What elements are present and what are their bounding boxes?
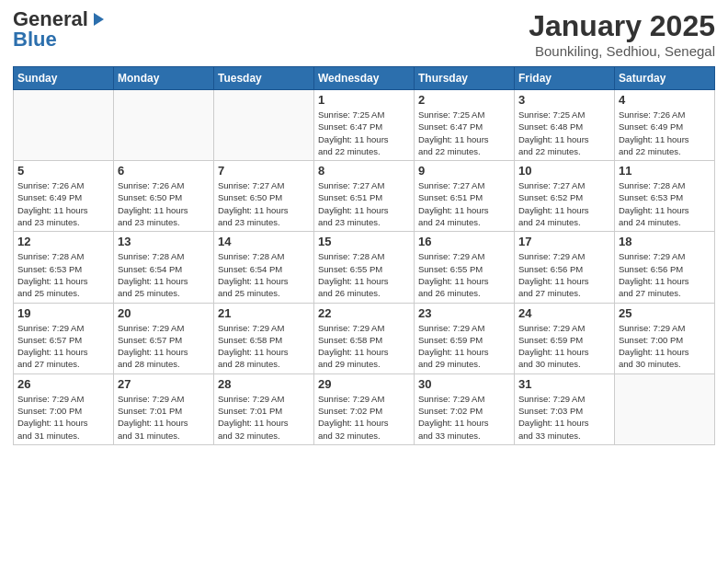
calendar-cell: 25Sunrise: 7:29 AM Sunset: 7:00 PM Dayli… <box>615 303 715 373</box>
location-subtitle: Bounkiling, Sedhiou, Senegal <box>529 43 715 59</box>
calendar-cell: 22Sunrise: 7:29 AM Sunset: 6:58 PM Dayli… <box>314 303 415 373</box>
day-number: 13 <box>118 235 210 248</box>
day-number: 23 <box>418 306 510 320</box>
weekday-header-wednesday: Wednesday <box>314 67 415 90</box>
day-number: 12 <box>17 235 109 248</box>
calendar-cell: 31Sunrise: 7:29 AM Sunset: 7:03 PM Dayli… <box>515 373 615 444</box>
calendar-cell: 13Sunrise: 7:28 AM Sunset: 6:54 PM Dayli… <box>114 232 214 303</box>
day-number: 14 <box>218 235 310 248</box>
day-number: 31 <box>518 377 610 391</box>
weekday-header-saturday: Saturday <box>615 67 715 90</box>
weekday-header-friday: Friday <box>515 67 615 90</box>
calendar-cell: 26Sunrise: 7:29 AM Sunset: 7:00 PM Dayli… <box>14 373 114 444</box>
calendar-table: SundayMondayTuesdayWednesdayThursdayFrid… <box>13 66 715 445</box>
calendar-cell: 16Sunrise: 7:29 AM Sunset: 6:55 PM Dayli… <box>415 232 515 303</box>
day-number: 16 <box>418 235 510 248</box>
calendar-cell: 24Sunrise: 7:29 AM Sunset: 6:59 PM Dayli… <box>515 303 615 373</box>
day-info: Sunrise: 7:26 AM Sunset: 6:50 PM Dayligh… <box>118 179 210 228</box>
day-info: Sunrise: 7:25 AM Sunset: 6:48 PM Dayligh… <box>518 109 610 157</box>
calendar-cell: 6Sunrise: 7:26 AM Sunset: 6:50 PM Daylig… <box>114 161 214 232</box>
day-number: 3 <box>518 93 610 107</box>
calendar-cell: 9Sunrise: 7:27 AM Sunset: 6:51 PM Daylig… <box>415 161 515 232</box>
day-number: 26 <box>17 377 109 391</box>
day-info: Sunrise: 7:26 AM Sunset: 6:49 PM Dayligh… <box>619 109 711 157</box>
logo-triangle-icon <box>89 11 106 28</box>
calendar-cell: 18Sunrise: 7:29 AM Sunset: 6:56 PM Dayli… <box>615 232 715 303</box>
day-info: Sunrise: 7:27 AM Sunset: 6:51 PM Dayligh… <box>418 179 510 228</box>
day-info: Sunrise: 7:29 AM Sunset: 7:01 PM Dayligh… <box>118 393 210 442</box>
calendar-cell: 15Sunrise: 7:28 AM Sunset: 6:55 PM Dayli… <box>314 232 415 303</box>
week-row-2: 5Sunrise: 7:26 AM Sunset: 6:49 PM Daylig… <box>14 161 715 232</box>
day-number: 25 <box>619 306 711 320</box>
header: General Blue January 2025 Bounkiling, Se… <box>13 9 715 59</box>
day-number: 27 <box>118 377 210 391</box>
day-info: Sunrise: 7:29 AM Sunset: 7:00 PM Dayligh… <box>17 393 109 442</box>
month-year-title: January 2025 <box>529 9 715 43</box>
calendar-cell <box>114 90 214 161</box>
calendar-cell <box>615 373 715 444</box>
day-info: Sunrise: 7:27 AM Sunset: 6:51 PM Dayligh… <box>318 179 410 228</box>
calendar-cell <box>14 90 114 161</box>
day-number: 9 <box>418 164 510 178</box>
calendar-cell: 17Sunrise: 7:29 AM Sunset: 6:56 PM Dayli… <box>515 232 615 303</box>
weekday-header-tuesday: Tuesday <box>214 67 314 90</box>
calendar-cell: 29Sunrise: 7:29 AM Sunset: 7:02 PM Dayli… <box>314 373 415 444</box>
day-info: Sunrise: 7:25 AM Sunset: 6:47 PM Dayligh… <box>318 109 410 157</box>
week-row-3: 12Sunrise: 7:28 AM Sunset: 6:53 PM Dayli… <box>14 232 715 303</box>
calendar-cell: 27Sunrise: 7:29 AM Sunset: 7:01 PM Dayli… <box>114 373 214 444</box>
calendar-cell: 4Sunrise: 7:26 AM Sunset: 6:49 PM Daylig… <box>615 90 715 161</box>
day-info: Sunrise: 7:29 AM Sunset: 7:02 PM Dayligh… <box>318 393 410 442</box>
day-info: Sunrise: 7:29 AM Sunset: 7:03 PM Dayligh… <box>518 393 610 442</box>
calendar-cell: 5Sunrise: 7:26 AM Sunset: 6:49 PM Daylig… <box>14 161 114 232</box>
calendar-cell: 14Sunrise: 7:28 AM Sunset: 6:54 PM Dayli… <box>214 232 314 303</box>
day-info: Sunrise: 7:28 AM Sunset: 6:54 PM Dayligh… <box>218 250 310 299</box>
day-number: 17 <box>518 235 610 248</box>
day-number: 5 <box>17 164 109 178</box>
day-number: 10 <box>518 164 610 178</box>
title-area: January 2025 Bounkiling, Sedhiou, Senega… <box>529 9 715 59</box>
day-info: Sunrise: 7:29 AM Sunset: 6:57 PM Dayligh… <box>118 322 210 371</box>
day-info: Sunrise: 7:29 AM Sunset: 6:58 PM Dayligh… <box>218 322 310 371</box>
day-info: Sunrise: 7:26 AM Sunset: 6:49 PM Dayligh… <box>17 179 109 228</box>
day-number: 2 <box>418 93 510 107</box>
day-info: Sunrise: 7:28 AM Sunset: 6:53 PM Dayligh… <box>619 179 711 228</box>
day-number: 22 <box>318 306 410 320</box>
calendar-cell: 7Sunrise: 7:27 AM Sunset: 6:50 PM Daylig… <box>214 161 314 232</box>
day-info: Sunrise: 7:27 AM Sunset: 6:52 PM Dayligh… <box>518 179 610 228</box>
calendar-cell: 10Sunrise: 7:27 AM Sunset: 6:52 PM Dayli… <box>515 161 615 232</box>
week-row-5: 26Sunrise: 7:29 AM Sunset: 7:00 PM Dayli… <box>14 373 715 444</box>
calendar-cell: 12Sunrise: 7:28 AM Sunset: 6:53 PM Dayli… <box>14 232 114 303</box>
logo-blue-text: Blue <box>13 29 57 50</box>
day-number: 28 <box>218 377 310 391</box>
day-info: Sunrise: 7:29 AM Sunset: 7:02 PM Dayligh… <box>418 393 510 442</box>
day-info: Sunrise: 7:29 AM Sunset: 6:56 PM Dayligh… <box>619 250 711 299</box>
svg-marker-0 <box>94 13 104 26</box>
weekday-header-row: SundayMondayTuesdayWednesdayThursdayFrid… <box>14 67 715 90</box>
day-number: 4 <box>619 93 711 107</box>
day-info: Sunrise: 7:29 AM Sunset: 6:55 PM Dayligh… <box>418 250 510 299</box>
logo-general-text: General <box>13 9 88 29</box>
calendar-cell: 30Sunrise: 7:29 AM Sunset: 7:02 PM Dayli… <box>415 373 515 444</box>
calendar-cell: 8Sunrise: 7:27 AM Sunset: 6:51 PM Daylig… <box>314 161 415 232</box>
calendar-cell: 20Sunrise: 7:29 AM Sunset: 6:57 PM Dayli… <box>114 303 214 373</box>
day-number: 24 <box>518 306 610 320</box>
day-number: 7 <box>218 164 310 178</box>
day-info: Sunrise: 7:29 AM Sunset: 6:58 PM Dayligh… <box>318 322 410 371</box>
day-number: 8 <box>318 164 410 178</box>
day-info: Sunrise: 7:28 AM Sunset: 6:55 PM Dayligh… <box>318 250 410 299</box>
calendar-cell: 1Sunrise: 7:25 AM Sunset: 6:47 PM Daylig… <box>314 90 415 161</box>
day-number: 29 <box>318 377 410 391</box>
day-number: 19 <box>17 306 109 320</box>
weekday-header-sunday: Sunday <box>14 67 114 90</box>
day-info: Sunrise: 7:28 AM Sunset: 6:54 PM Dayligh… <box>118 250 210 299</box>
day-number: 1 <box>318 93 410 107</box>
day-info: Sunrise: 7:29 AM Sunset: 7:01 PM Dayligh… <box>218 393 310 442</box>
day-info: Sunrise: 7:25 AM Sunset: 6:47 PM Dayligh… <box>418 109 510 157</box>
logo: General Blue <box>13 9 106 50</box>
calendar-cell <box>214 90 314 161</box>
day-info: Sunrise: 7:29 AM Sunset: 6:59 PM Dayligh… <box>518 322 610 371</box>
weekday-header-thursday: Thursday <box>415 67 515 90</box>
day-number: 20 <box>118 306 210 320</box>
day-number: 11 <box>619 164 711 178</box>
day-info: Sunrise: 7:27 AM Sunset: 6:50 PM Dayligh… <box>218 179 310 228</box>
